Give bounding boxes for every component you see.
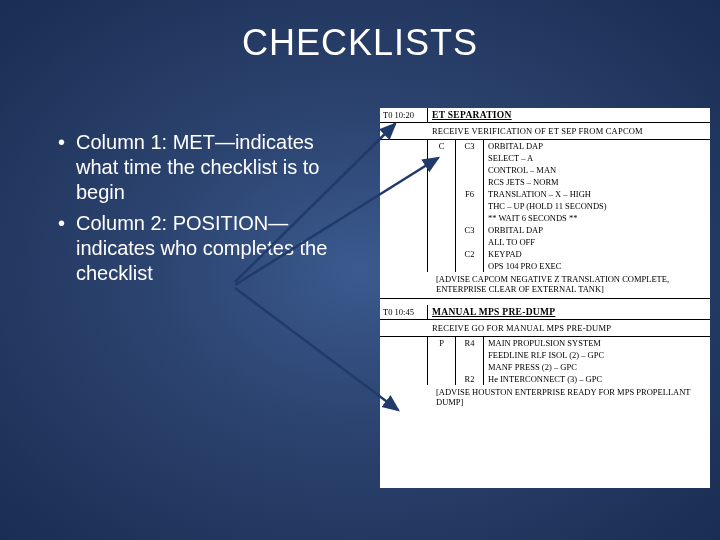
section-title: ET SEPARATION (428, 108, 710, 122)
checklist-row: R2He INTERCONNECT (3) – GPC (380, 373, 710, 385)
checklist-row: CC3ORBITAL DAP (380, 140, 710, 152)
checklist-row: FEEDLINE RLF ISOL (2) – GPC (380, 349, 710, 361)
checklist-section-1: T0 10:20 ET SEPARATION RECEIVE VERIFICAT… (380, 108, 710, 299)
checklist-row: OPS 104 PRO EXEC (380, 260, 710, 272)
checklist-row: F6TRANSLATION – X – HIGH (380, 188, 710, 200)
checklist-row: C3ORBITAL DAP (380, 224, 710, 236)
checklist-graphic: T0 10:20 ET SEPARATION RECEIVE VERIFICAT… (380, 108, 710, 488)
checklist-row: THC – UP (HOLD 11 SECONDS) (380, 200, 710, 212)
bullet-list: Column 1: MET—indicates what time the ch… (58, 130, 348, 292)
checklist-row: RCS JETS – NORM (380, 176, 710, 188)
slide-title: CHECKLISTS (0, 0, 720, 64)
checklist-row: CONTROL – MAN (380, 164, 710, 176)
checklist-row: PR4MAIN PROPULSION SYSTEM (380, 337, 710, 349)
met-cell: T0 10:20 (380, 108, 428, 122)
section-note: RECEIVE VERIFICATION OF ET SEP FROM CAPC… (380, 123, 710, 140)
checklist-row: MANF PRESS (2) – GPC (380, 361, 710, 373)
section-note: RECEIVE GO FOR MANUAL MPS PRE-DUMP (380, 320, 710, 337)
section-footnote: [ADVISE CAPCOM NEGATIVE Z TRANSLATION CO… (380, 272, 710, 298)
arrow-to-met2 (235, 288, 398, 410)
section-footnote: [ADVISE HOUSTON ENTERPRISE READY FOR MPS… (380, 385, 710, 411)
checklist-row: C2KEYPAD (380, 248, 710, 260)
checklist-row: SELECT – A (380, 152, 710, 164)
section-title: MANUAL MPS PRE-DUMP (428, 305, 710, 319)
checklist-row: ALL TO OFF (380, 236, 710, 248)
bullet-2: Column 2: POSITION—indicates who complet… (58, 211, 348, 286)
checklist-section-2: T0 10:45 MANUAL MPS PRE-DUMP RECEIVE GO … (380, 305, 710, 411)
section-rows: CC3ORBITAL DAPSELECT – ACONTROL – MANRCS… (380, 140, 710, 272)
section-rows: PR4MAIN PROPULSION SYSTEMFEEDLINE RLF IS… (380, 337, 710, 385)
bullet-1: Column 1: MET—indicates what time the ch… (58, 130, 348, 205)
met-cell: T0 10:45 (380, 305, 428, 319)
checklist-row: ** WAIT 6 SECONDS ** (380, 212, 710, 224)
